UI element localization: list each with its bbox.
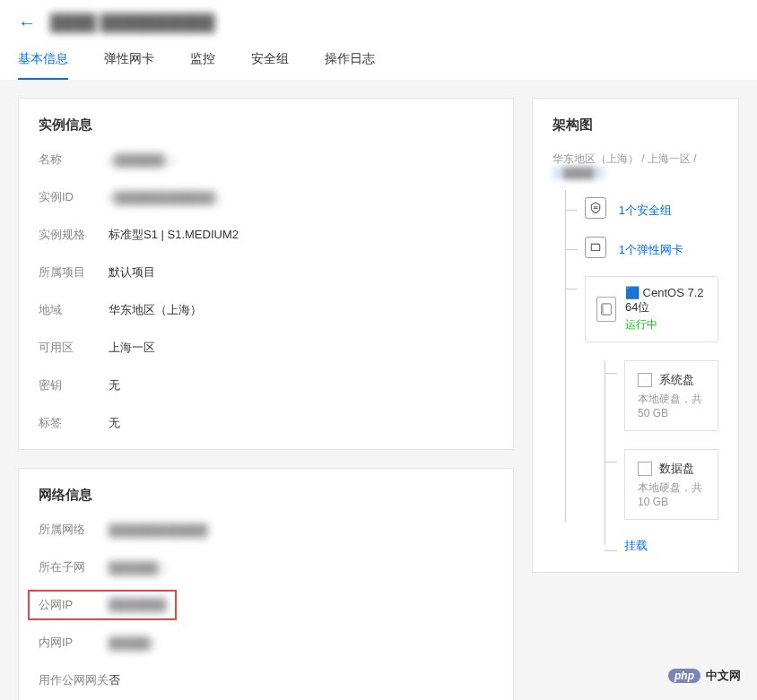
- disk-system: 系统盘 本地硬盘，共 50 GB: [624, 360, 718, 431]
- value-key: 无: [109, 377, 120, 393]
- label-network: 所属网络: [39, 522, 109, 538]
- eni-link[interactable]: 1个弹性网卡: [619, 243, 683, 256]
- value-subnet: ██████ ): [109, 561, 165, 575]
- value-region: 华东地区（上海）: [109, 302, 202, 318]
- tab-security-group[interactable]: 安全组: [251, 51, 289, 80]
- label-private-ip: 内网IP: [39, 635, 109, 651]
- network-info-card: 网络信息 所属网络████████████ 所在子网██████ ) 公网IP█…: [18, 468, 514, 700]
- php-badge-icon: php: [668, 669, 700, 683]
- label-id: 实例ID: [39, 189, 109, 205]
- value-private-ip: █████1: [109, 636, 156, 650]
- label-gateway: 用作公网网关: [39, 672, 109, 688]
- tree-os: 🟦 CentOS 7.2 64位 运行中 系统盘 本地硬盘，共 50 GB: [565, 276, 718, 554]
- value-public-ip: ███████: [109, 598, 166, 611]
- label-region: 地域: [39, 302, 109, 318]
- bc-tail: ████: [553, 167, 605, 179]
- server-icon: [596, 297, 616, 322]
- architecture-title: 架构图: [553, 117, 718, 134]
- tab-eni[interactable]: 弹性网卡: [104, 51, 154, 80]
- label-project: 所属项目: [39, 264, 109, 281]
- disk-data-detail: 本地硬盘，共 10 GB: [638, 480, 705, 508]
- security-group-link[interactable]: 1个安全组: [619, 203, 672, 217]
- label-key: 密钥: [39, 377, 109, 393]
- os-info: 🟦 CentOS 7.2 64位 运行中: [625, 286, 707, 333]
- value-project: 默认项目: [109, 264, 155, 281]
- tab-basic-info[interactable]: 基本信息: [18, 51, 68, 80]
- footer-site: 中文网: [706, 668, 741, 684]
- public-ip-highlight: 公网IP███████: [28, 590, 177, 620]
- arch-breadcrumb: 华东地区（上海） / 上海一区 / ████: [553, 151, 718, 179]
- tab-monitor[interactable]: 监控: [190, 51, 215, 80]
- svg-rect-8: [603, 304, 611, 315]
- value-name: a██████ 1: [109, 153, 174, 167]
- tree-eni: 1个弹性网卡: [565, 237, 718, 258]
- label-zone: 可用区: [39, 340, 109, 356]
- mount-link[interactable]: 挂载: [624, 539, 648, 552]
- label-subnet: 所在子网: [39, 559, 109, 575]
- nic-icon: [585, 237, 606, 258]
- bc-region: 华东地区（上海）: [553, 152, 639, 165]
- bc-zone: 上海一区: [648, 152, 691, 165]
- value-spec: 标准型S1 | S1.MEDIUM2: [109, 227, 239, 243]
- architecture-card: 架构图 华东地区（上海） / 上海一区 / ████ 1个安全组 1个弹性网卡: [532, 98, 739, 573]
- network-info-title: 网络信息: [39, 487, 493, 504]
- centos-icon: 🟦: [625, 286, 640, 299]
- instance-info-card: 实例信息 名称a██████ 1 实例ID6████████████2 实例规格…: [18, 98, 514, 450]
- page-title: ████ ██████████: [50, 13, 215, 32]
- label-public-ip: 公网IP: [39, 597, 109, 613]
- page-header: ← ████ ██████████ 基本信息 弹性网卡 监控 安全组 操作日志: [0, 0, 757, 80]
- value-network: ████████████: [109, 523, 208, 537]
- value-zone: 上海一区: [109, 340, 155, 356]
- tab-oplog[interactable]: 操作日志: [325, 51, 375, 80]
- disk-data: 数据盘 本地硬盘，共 10 GB: [624, 449, 718, 520]
- os-status: 运行中: [625, 317, 707, 333]
- label-name: 名称: [39, 151, 109, 168]
- disk-data-name: 数据盘: [659, 461, 694, 477]
- svg-rect-2: [591, 245, 599, 251]
- instance-info-title: 实例信息: [39, 117, 493, 134]
- value-gateway: 否: [109, 672, 120, 688]
- value-tag: 无: [109, 415, 120, 431]
- value-id: 6████████████2: [109, 191, 221, 204]
- label-tag: 标签: [39, 415, 109, 431]
- tree-security-group: 1个安全组: [565, 197, 718, 219]
- disk-system-detail: 本地硬盘，共 50 GB: [638, 392, 705, 419]
- tabs-bar: 基本信息 弹性网卡 监控 安全组 操作日志: [18, 51, 739, 80]
- shield-icon: [585, 197, 606, 219]
- disk-system-name: 系统盘: [659, 372, 694, 388]
- footer-logo: php 中文网: [668, 668, 741, 684]
- back-arrow-icon[interactable]: ←: [18, 13, 36, 33]
- label-spec: 实例规格: [39, 227, 109, 243]
